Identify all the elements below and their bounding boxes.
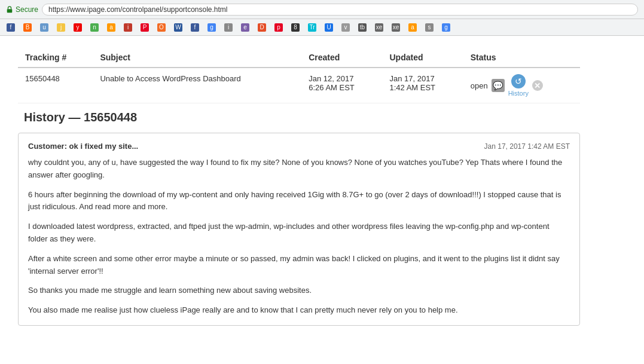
close-icon[interactable]: ✕ xyxy=(532,80,543,91)
message-box: Customer: ok i fixed my site... Jan 17, … xyxy=(18,133,580,326)
tracking-number: 15650448 xyxy=(18,68,93,103)
message-paragraph-2: 6 hours after beginning the download of … xyxy=(28,189,570,214)
bookmark-tb[interactable]: tb xyxy=(355,22,371,33)
message-header: Customer: ok i fixed my site... Jan 17, … xyxy=(28,142,570,151)
actions-cell: open 💬 ↺ History ✕ xyxy=(471,74,573,97)
message-timestamp: Jan 17, 2017 1:42 AM EST xyxy=(484,142,570,151)
bookmark-n[interactable]: n xyxy=(87,22,103,33)
message-paragraph-4: After a white screen and some other erro… xyxy=(28,253,570,278)
bookmark-P[interactable]: P xyxy=(138,22,153,33)
updated-date: Jan 17, 2017 1:42 AM EST xyxy=(382,68,463,103)
secure-label: Secure xyxy=(16,5,38,14)
bookmark-Tr[interactable]: Tr xyxy=(305,22,321,33)
bookmark-i2[interactable]: i xyxy=(221,22,237,33)
col-subject: Subject xyxy=(93,48,301,68)
col-created: Created xyxy=(301,48,382,68)
table-row: 15650448 Unable to Access WordPress Dash… xyxy=(18,68,580,103)
bookmark-i[interactable]: i xyxy=(121,22,136,33)
ticket-status: open xyxy=(471,81,488,90)
page-content: Tracking # Subject Created Updated Statu… xyxy=(0,36,598,344)
bookmark-j[interactable]: j xyxy=(54,22,69,33)
ticket-subject: Unable to Access WordPress Dashboard xyxy=(93,68,301,103)
col-status: Status xyxy=(463,48,580,68)
bookmark-f2[interactable]: f xyxy=(188,22,203,33)
bookmarks-bar: f B u j y n a i P O W f g i e D p xyxy=(0,19,644,36)
svg-rect-0 xyxy=(7,9,13,13)
secure-badge: Secure xyxy=(6,5,38,14)
bookmark-y[interactable]: y xyxy=(71,22,86,33)
bookmark-xe2[interactable]: xe xyxy=(389,22,404,33)
col-updated: Updated xyxy=(382,48,463,68)
bookmark-xe[interactable]: xe xyxy=(372,22,387,33)
history-icon[interactable]: ↺ xyxy=(511,74,526,88)
bookmark-g2[interactable]: g xyxy=(439,22,454,33)
bookmark-a[interactable]: a xyxy=(104,22,120,33)
message-sender: Customer: ok i fixed my site... xyxy=(28,142,138,151)
message-paragraph-5: So thanks you made me struggle and learn… xyxy=(28,285,570,297)
bookmark-U[interactable]: U xyxy=(322,22,337,33)
col-tracking: Tracking # xyxy=(18,48,93,68)
history-label: History xyxy=(508,90,529,97)
message-body: why couldnt you, any of u, have suggeste… xyxy=(28,157,570,317)
bookmark-W[interactable]: W xyxy=(171,22,187,33)
bookmark-v[interactable]: v xyxy=(338,22,354,33)
bookmark-O[interactable]: O xyxy=(154,22,170,33)
created-date: Jan 12, 2017 6:26 AM EST xyxy=(301,68,382,103)
bookmark-g[interactable]: g xyxy=(205,22,220,33)
bookmark-b[interactable]: B xyxy=(20,22,36,33)
url-bar[interactable]: https://www.ipage.com/controlpanel/suppo… xyxy=(42,4,638,16)
bookmark-a2[interactable]: a xyxy=(405,22,421,33)
bookmark-e[interactable]: e xyxy=(238,22,254,33)
status-cell: open 💬 ↺ History ✕ xyxy=(463,68,580,103)
bookmark-s[interactable]: s xyxy=(422,22,438,33)
bookmark-p[interactable]: p xyxy=(271,22,287,33)
bookmark-u[interactable]: u xyxy=(37,22,53,33)
history-title: History — 15650448 xyxy=(18,111,580,124)
chat-icon[interactable]: 💬 xyxy=(492,79,505,92)
history-button[interactable]: ↺ History xyxy=(508,74,529,97)
bookmark-D[interactable]: D xyxy=(255,22,270,33)
bookmark-facebook[interactable]: f xyxy=(4,22,19,33)
message-paragraph-6: You also made me realise just how cluele… xyxy=(28,304,570,317)
message-paragraph-3: I downloaded latest wordpress, extracted… xyxy=(28,221,570,246)
lock-icon xyxy=(6,6,13,13)
message-paragraph-1: why couldnt you, any of u, have suggeste… xyxy=(28,157,570,182)
support-table: Tracking # Subject Created Updated Statu… xyxy=(18,48,580,103)
bookmark-8[interactable]: 8 xyxy=(288,22,304,33)
browser-bar: Secure https://www.ipage.com/controlpane… xyxy=(0,0,644,19)
